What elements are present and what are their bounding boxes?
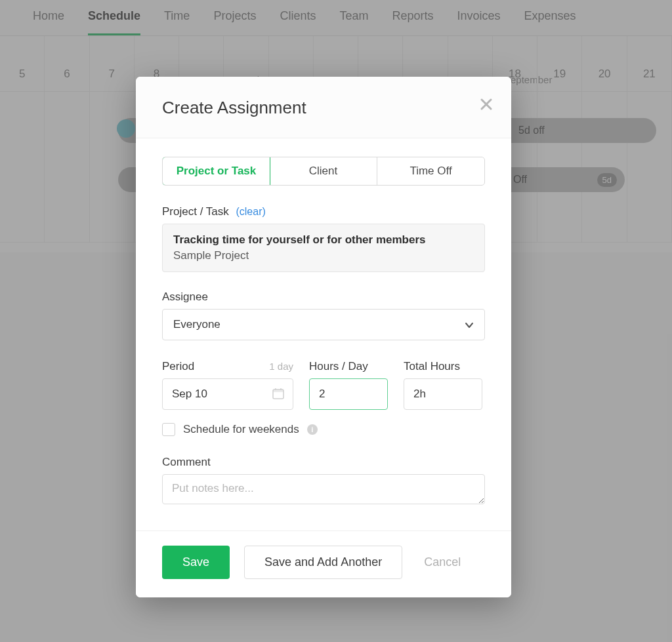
save-button[interactable]: Save	[162, 546, 230, 579]
schedule-weekends-checkbox[interactable]	[162, 423, 175, 436]
project-task-select[interactable]: Tracking time for yourself or for other …	[162, 224, 485, 272]
project-name: Tracking time for yourself or for other …	[173, 233, 474, 247]
assignee-select[interactable]: Everyone	[162, 309, 485, 340]
cancel-button[interactable]: Cancel	[417, 546, 468, 579]
create-assignment-modal: Create Assignment Project or Task Client…	[136, 77, 511, 597]
clear-project-link[interactable]: (clear)	[236, 206, 265, 217]
total-hours-input[interactable]	[404, 378, 482, 410]
assignment-type-tabs: Project or Task Client Time Off	[162, 157, 485, 186]
save-and-add-another-button[interactable]: Save and Add Another	[244, 546, 402, 579]
project-subtitle: Sample Project	[173, 249, 474, 262]
calendar-icon[interactable]	[272, 388, 284, 402]
modal-title: Create Assignment	[162, 98, 485, 118]
project-task-label: Project / Task (clear)	[162, 205, 485, 218]
modal-footer: Save Save and Add Another Cancel	[136, 531, 511, 597]
tab-client[interactable]: Client	[270, 157, 377, 185]
schedule-weekends-label: Schedule for weekends	[183, 423, 299, 436]
hours-per-day-input[interactable]	[309, 378, 388, 410]
period-label: Period 1 day	[162, 360, 293, 373]
svg-rect-1	[273, 390, 284, 392]
hours-per-day-label: Hours / Day	[309, 360, 388, 373]
modal-header: Create Assignment	[136, 77, 511, 138]
schedule-weekends-row: Schedule for weekends i	[162, 423, 485, 436]
chevron-down-icon	[465, 320, 474, 333]
comment-input[interactable]	[162, 474, 485, 504]
info-icon[interactable]: i	[307, 424, 318, 435]
tab-project-or-task[interactable]: Project or Task	[162, 157, 270, 186]
assignee-label: Assignee	[162, 291, 485, 304]
tab-time-off[interactable]: Time Off	[377, 157, 484, 185]
assignee-value: Everyone	[173, 318, 220, 331]
modal-body: Project or Task Client Time Off Project …	[136, 138, 511, 531]
total-hours-label: Total Hours	[404, 360, 482, 373]
comment-label: Comment	[162, 456, 485, 469]
period-hint: 1 day	[269, 361, 293, 372]
close-icon[interactable]	[480, 98, 493, 113]
